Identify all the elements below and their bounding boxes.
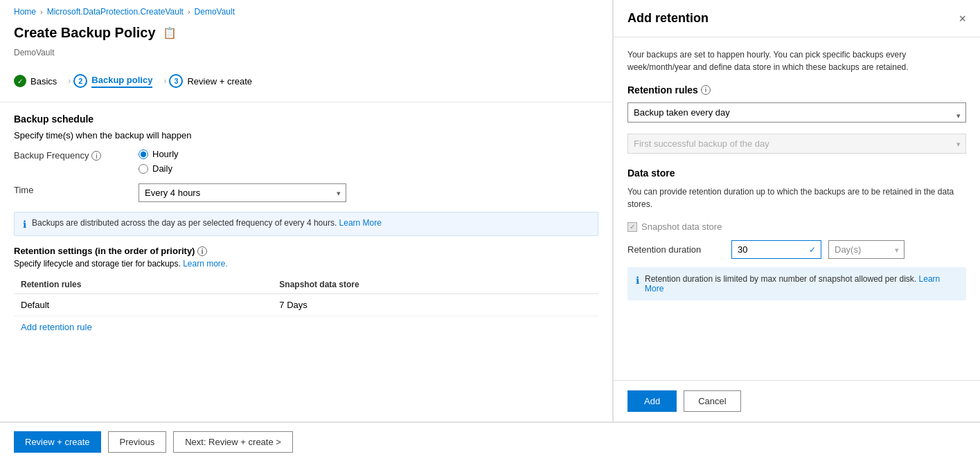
drawer-description: Your backups are set to happen hourly. Y… (627, 48, 966, 73)
radio-hourly[interactable]: Hourly (139, 149, 598, 159)
snapshot-checkbox: ✓ (627, 222, 637, 232)
retention-rule-dropdown2-wrapper: First successful backup of the day Last … (627, 134, 966, 154)
radio-daily-label: Daily (152, 163, 172, 174)
drawer-footer: Add Cancel (614, 380, 980, 422)
retention-duration-input[interactable] (731, 240, 821, 259)
time-select-wrapper: Every 4 hours Every 6 hours Every 8 hour… (139, 183, 346, 202)
backup-schedule-title: Backup schedule (14, 114, 598, 125)
page-header: Create Backup Policy 📋 (0, 21, 612, 48)
pin-icon[interactable]: 📋 (163, 26, 177, 39)
step-label-review: Review + create (187, 76, 252, 87)
duration-unit-wrapper: Day(s) Week(s) Month(s) Year(s) ▾ (828, 240, 905, 259)
add-retention-rule-link[interactable]: Add retention rule (14, 316, 598, 338)
step-backup-policy[interactable]: 2 Backup policy (73, 71, 161, 91)
time-label: Time (14, 183, 125, 195)
col-header-rules: Retention rules (14, 275, 272, 294)
data-store-title: Data store (627, 168, 966, 179)
info-banner-retention: ℹ Retention duration is limited by max n… (627, 267, 966, 300)
retention-rules-info-icon[interactable]: i (701, 85, 711, 95)
info-banner-icon: ℹ (23, 219, 26, 230)
breadcrumb-demo-vault[interactable]: DemoVault (195, 7, 235, 17)
retention-duration-input-wrapper: ✓ (731, 240, 821, 259)
step-review-create[interactable]: 3 Review + create (169, 71, 260, 91)
retention-rule-dropdown1[interactable]: Backup taken every day Backup taken ever… (627, 102, 966, 123)
frequency-info-icon[interactable]: i (91, 151, 101, 161)
info-banner-retention-icon: ℹ (636, 275, 639, 286)
step-num-backup: 2 (73, 74, 87, 88)
breadcrumb: Home › Microsoft.DataProtection.CreateVa… (0, 0, 612, 21)
rule-snapshot: 7 Days (272, 294, 598, 316)
retention-section: Retention settings (in the order of prio… (14, 246, 598, 338)
retention-section-desc: Specify lifecycle and storage tier for b… (14, 259, 598, 269)
step-basics[interactable]: ✓ Basics (14, 72, 65, 90)
duration-unit-select[interactable]: Day(s) Week(s) Month(s) Year(s) (828, 240, 905, 259)
step-num-review: 3 (169, 74, 183, 88)
drawer-header: Add retention × (614, 0, 980, 37)
table-row: Default 7 Days (14, 294, 598, 316)
info-banner-text: Backups are distributed across the day a… (32, 218, 382, 228)
step-check-basics: ✓ (14, 75, 26, 87)
retention-section-title: Retention settings (in the order of prio… (14, 246, 598, 256)
step-label-basics: Basics (30, 76, 57, 87)
data-store-desc: You can provide retention duration up to… (627, 186, 966, 210)
info-banner-retention-text: Retention duration is limited by max num… (645, 274, 958, 293)
step-label-backup: Backup policy (91, 75, 152, 88)
drawer-retention-rules-title: Retention rules i (627, 84, 966, 96)
rule-name: Default (14, 294, 272, 316)
time-select[interactable]: Every 4 hours Every 6 hours Every 8 hour… (139, 183, 346, 202)
footer-bar: Review + create Previous Next: Review + … (0, 422, 980, 461)
add-retention-drawer: Add retention × Your backups are set to … (613, 0, 980, 422)
snapshot-checkbox-label: Snapshot data store (641, 222, 722, 232)
info-banner-frequency: ℹ Backups are distributed across the day… (14, 212, 598, 236)
checkbox-check-icon: ✓ (630, 223, 635, 230)
drawer-title: Add retention (627, 11, 709, 26)
frequency-radio-group: Hourly Daily (139, 149, 598, 174)
breadcrumb-create-vault[interactable]: Microsoft.DataProtection.CreateVault (47, 7, 184, 17)
col-header-snapshot: Snapshot data store (272, 275, 598, 294)
snapshot-checkbox-row: ✓ Snapshot data store (627, 222, 966, 232)
radio-daily[interactable]: Daily (139, 163, 598, 174)
previous-button[interactable]: Previous (108, 431, 167, 453)
learn-more-link[interactable]: Learn More (339, 218, 382, 228)
radio-hourly-label: Hourly (152, 149, 179, 159)
time-row: Time Every 4 hours Every 6 hours Every 8… (14, 183, 598, 202)
cancel-button[interactable]: Cancel (684, 390, 740, 412)
retention-table: Retention rules Snapshot data store Defa… (14, 275, 598, 316)
radio-daily-input[interactable] (139, 164, 148, 174)
next-button[interactable]: Next: Review + create > (173, 431, 293, 453)
backup-frequency-row: Backup Frequency i Hourly Daily (14, 149, 598, 174)
breadcrumb-home[interactable]: Home (14, 7, 36, 17)
retention-duration-row: Retention duration ✓ Day(s) Week(s) Mont… (627, 240, 966, 259)
retention-learn-more[interactable]: Learn more. (183, 259, 228, 269)
radio-hourly-input[interactable] (139, 150, 148, 159)
page-title: Create Backup Policy (14, 25, 156, 41)
time-control: Every 4 hours Every 6 hours Every 8 hour… (139, 183, 598, 202)
retention-rule-dropdown2: First successful backup of the day Last … (627, 134, 966, 154)
page-subtitle: DemoVault (0, 48, 612, 64)
backup-schedule-desc: Specify time(s) when the backup will hap… (14, 130, 598, 141)
add-button[interactable]: Add (627, 390, 677, 412)
steps-nav: ✓ Basics › 2 Backup policy › 3 Review + … (0, 64, 612, 102)
backup-frequency-label: Backup Frequency i (14, 149, 125, 161)
review-create-button[interactable]: Review + create (14, 431, 101, 453)
drawer-body: Your backups are set to happen hourly. Y… (614, 37, 980, 380)
retention-duration-label: Retention duration (627, 244, 724, 255)
retention-info-icon[interactable]: i (197, 246, 207, 256)
duration-check-icon: ✓ (809, 245, 816, 255)
data-store-section: Data store You can provide retention dur… (627, 168, 966, 300)
retention-rule-dropdown1-wrapper: Backup taken every day Backup taken ever… (627, 102, 966, 128)
drawer-close-button[interactable]: × (959, 12, 966, 25)
